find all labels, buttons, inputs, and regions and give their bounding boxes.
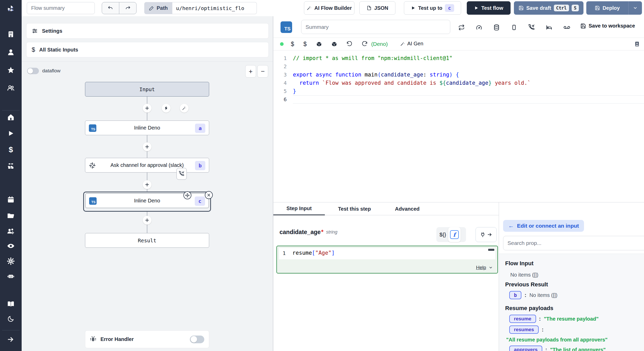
path-input[interactable] [172, 2, 257, 14]
folders-icon[interactable] [0, 210, 22, 221]
runs-play-icon[interactable] [0, 128, 22, 139]
flow-summary-input[interactable] [27, 2, 95, 14]
ai-gen-button[interactable]: AI Gen [400, 41, 423, 47]
script-library-icon[interactable] [634, 41, 640, 47]
reload-refresh-icon[interactable] [362, 41, 368, 47]
insert-step-button[interactable] [143, 142, 151, 151]
mock-square-icon[interactable] [511, 24, 517, 31]
early-stop-gauge-icon[interactable] [476, 24, 482, 31]
sliders-icon [32, 28, 38, 34]
favorites-star-icon[interactable] [0, 64, 22, 76]
prop-badge-resumes[interactable]: resumes [509, 326, 539, 334]
reset-undo-icon[interactable] [346, 41, 352, 47]
redo-button[interactable] [119, 2, 136, 14]
move-node-handle[interactable] [183, 191, 191, 199]
result-node[interactable]: Result [85, 233, 209, 248]
expression-field[interactable]: 1 resume["Age"] [279, 248, 495, 259]
resource-dollar-icon[interactable]: $ [303, 41, 307, 48]
expression-editor[interactable]: 1 resume["Age"] Help [276, 246, 498, 273]
workspace-building-icon[interactable] [0, 29, 22, 40]
prop-badge-b[interactable]: b [509, 291, 521, 299]
flow-settings-button[interactable]: Settings [26, 23, 269, 39]
dollar-icon: $ [32, 46, 35, 53]
sleep-bed-icon[interactable] [546, 24, 552, 31]
variable-dollar-icon[interactable]: $ [291, 41, 294, 48]
zoom-in-button[interactable]: + [245, 65, 256, 78]
save-to-workspace-button[interactable]: Save to workspace [580, 23, 635, 29]
step-node-b[interactable]: Ask channel for approval (slack) b [85, 158, 209, 173]
line-number-gutter: 123456 [273, 50, 293, 104]
delete-node-button[interactable] [205, 191, 213, 199]
insert-step-button[interactable] [143, 104, 151, 113]
suspend-indicator-chip [176, 168, 187, 180]
prop-badge-resume[interactable]: resume [509, 315, 536, 323]
save-draft-button[interactable]: Save draft Ctrl S [514, 1, 583, 15]
step-tabs: Step Input Test this step Advanced [273, 202, 499, 215]
status-dot [280, 42, 284, 46]
package-icon[interactable] [316, 41, 322, 47]
resources-boxes-icon[interactable] [0, 160, 22, 172]
package-icon[interactable] [331, 41, 337, 47]
expr-mode-button-selected[interactable]: f [448, 227, 461, 242]
connect-input-plug-button[interactable] [476, 227, 497, 242]
insert-step-button[interactable] [143, 216, 151, 225]
trigger-lightning-button[interactable] [162, 104, 171, 113]
insert-step-button[interactable] [143, 180, 151, 189]
lifetime-voicemail-icon[interactable] [563, 24, 570, 31]
retries-repeat-icon[interactable] [458, 24, 465, 31]
all-static-inputs-button[interactable]: $ All Static Inputs [26, 42, 269, 57]
chevron-down-icon [489, 266, 493, 270]
deploy-dropdown-button[interactable] [628, 1, 642, 15]
scrollbar-thumb[interactable] [488, 249, 494, 251]
expand-sidebar-arrow-icon[interactable] [0, 334, 22, 345]
user-icon[interactable] [0, 47, 22, 58]
cache-database-icon[interactable] [493, 24, 500, 31]
edit-or-connect-back-button[interactable]: ← Edit or connect an input [503, 220, 584, 232]
flow-panel: Settings $ All Static Inputs dataflow + … [22, 16, 273, 351]
users-icon[interactable] [0, 82, 22, 94]
home-icon[interactable] [0, 112, 22, 123]
resume-payloads-title: Resume payloads [505, 305, 553, 312]
workers-bot-icon[interactable] [0, 270, 22, 282]
test-flow-label: Test flow [481, 5, 503, 11]
tab-test-this-step[interactable]: Test this step [325, 202, 384, 215]
ai-flow-builder-button[interactable]: AI Flow Builder [304, 1, 354, 15]
input-node[interactable]: Input [85, 82, 209, 97]
topbar: Path AI Flow Builder JSON Test up to c T… [22, 0, 644, 16]
docs-book-icon[interactable] [0, 298, 22, 310]
test-flow-button[interactable]: Test flow [467, 1, 511, 15]
error-handler-toggle[interactable] [190, 336, 204, 343]
template-mode-button[interactable]: ${} [439, 232, 446, 238]
undo-button[interactable] [102, 2, 119, 14]
search-prop-input[interactable] [503, 236, 644, 250]
arrow-left-icon: ← [508, 222, 514, 229]
deploy-button[interactable]: Deploy [586, 1, 628, 15]
redo-icon [125, 5, 131, 11]
dataflow-toggle[interactable] [27, 68, 39, 74]
audit-eye-icon[interactable] [0, 240, 22, 252]
dark-mode-moon-icon[interactable] [0, 313, 22, 324]
path-edit-button[interactable]: Path [144, 2, 172, 14]
groups-users-cog-icon[interactable] [0, 226, 22, 237]
tab-advanced[interactable]: Advanced [384, 202, 430, 215]
prop-badge-approvers[interactable]: approvers [509, 346, 542, 351]
sidebar-divider [2, 330, 20, 330]
test-up-to-button[interactable]: Test up to c [404, 1, 461, 15]
error-handler-node[interactable]: Error Handler [85, 330, 209, 348]
resume-row: resume : "The resume payload" [509, 315, 599, 323]
plus-icon [145, 218, 149, 222]
tab-step-input[interactable]: Step Input [273, 202, 325, 215]
step-summary-input[interactable] [301, 20, 450, 34]
code-editor[interactable]: 123456 // import * as wmill from "npm:wi… [273, 50, 644, 202]
variables-dollar-icon[interactable]: $ [0, 144, 22, 155]
ai-suggest-wand-button[interactable] [180, 104, 189, 113]
magic-wand-icon [182, 106, 187, 110]
step-node-a[interactable]: TS Inline Deno a [85, 121, 209, 135]
windmill-logo-icon[interactable] [0, 3, 22, 14]
json-button[interactable]: JSON [359, 1, 395, 15]
expression-help-button[interactable]: Help [476, 265, 493, 270]
schedules-calendar-icon[interactable] [0, 194, 22, 205]
suspend-phone-incoming-icon[interactable] [528, 24, 535, 31]
settings-gear-icon[interactable] [0, 255, 22, 267]
zoom-out-button[interactable]: − [257, 65, 268, 78]
